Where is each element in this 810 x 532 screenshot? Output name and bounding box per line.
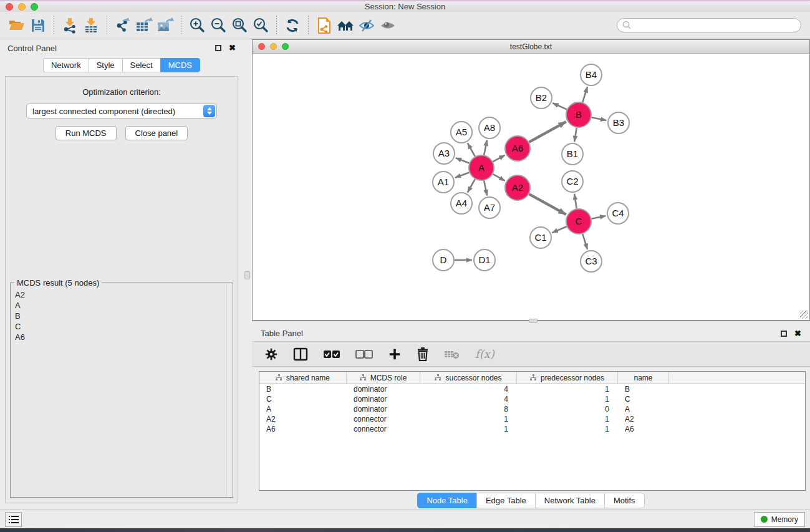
result-item[interactable]: B [15, 311, 226, 321]
tab-mcds[interactable]: MCDS [160, 58, 200, 72]
node-D[interactable]: D [433, 249, 454, 271]
function-builder-button[interactable]: f(x) [475, 347, 494, 360]
node-A2[interactable]: A2 [505, 175, 530, 200]
edge-B-B4[interactable] [582, 87, 587, 102]
horizontal-splitter[interactable] [252, 321, 810, 326]
node-C4[interactable]: C4 [607, 203, 629, 224]
table-cell[interactable]: C [259, 395, 347, 404]
node-C1[interactable]: C1 [530, 227, 551, 248]
edge-B-B3[interactable] [592, 117, 607, 120]
create-column-button[interactable] [388, 347, 402, 361]
open-file-button[interactable] [6, 15, 27, 36]
table-row[interactable]: A2connector11A2 [259, 414, 805, 424]
tab-network[interactable]: Network [43, 58, 89, 72]
table-cell[interactable]: dominator [347, 405, 420, 414]
vertical-splitter[interactable] [243, 39, 252, 510]
close-panel-icon[interactable]: ✖ [229, 45, 236, 51]
task-history-button[interactable] [5, 512, 22, 527]
node-B4[interactable]: B4 [581, 64, 602, 85]
result-item[interactable]: C [15, 321, 226, 332]
node-B3[interactable]: B3 [608, 112, 629, 133]
edge-A6-B[interactable] [529, 122, 566, 142]
table-cell[interactable]: B [618, 385, 669, 394]
network-from-file-button[interactable] [314, 15, 335, 36]
search-field[interactable] [617, 18, 801, 32]
zoom-in-button[interactable] [186, 15, 208, 36]
splitter-handle[interactable] [529, 319, 538, 323]
network-zoom-button[interactable] [282, 43, 289, 50]
result-scrollbar[interactable] [226, 284, 232, 496]
column-header-name[interactable]: name [618, 372, 669, 384]
table-row[interactable]: Bdominator41B [259, 384, 805, 394]
node-C2[interactable]: C2 [562, 171, 583, 192]
node-A8[interactable]: A8 [479, 117, 500, 138]
table-cell[interactable]: A2 [618, 415, 669, 423]
result-item[interactable]: A [15, 300, 226, 311]
column-header-successor-nodes[interactable]: successor nodes [420, 372, 517, 384]
table-cell[interactable]: A6 [618, 425, 669, 433]
float-panel-icon[interactable] [781, 331, 787, 337]
table-settings-button[interactable] [264, 347, 278, 361]
table-cell[interactable]: 1 [517, 415, 618, 423]
save-session-button[interactable] [27, 15, 49, 36]
zoom-fit-button[interactable] [229, 15, 250, 36]
edge-A-A1[interactable] [455, 172, 470, 178]
import-network-button[interactable] [59, 15, 80, 36]
tab-node-table[interactable]: Node Table [417, 493, 476, 508]
column-header-MCDS-role[interactable]: MCDS role [347, 372, 420, 384]
table-cell[interactable]: connector [347, 425, 420, 433]
table-cell[interactable]: connector [347, 415, 420, 423]
delete-table-button[interactable] [444, 349, 460, 360]
zoom-selected-button[interactable] [250, 15, 271, 36]
tab-edge-table[interactable]: Edge Table [476, 493, 535, 508]
edge-A-A6[interactable] [493, 155, 505, 162]
edge-C-C1[interactable] [552, 226, 566, 233]
table-cell[interactable]: 4 [420, 395, 517, 404]
export-image-button[interactable] [155, 15, 176, 36]
node-C3[interactable]: C3 [581, 251, 602, 272]
deselect-all-button[interactable] [355, 350, 373, 359]
close-window-button[interactable] [6, 3, 13, 11]
edge-C-C4[interactable] [592, 216, 606, 219]
table-cell[interactable]: 1 [517, 385, 618, 394]
node-A5[interactable]: A5 [451, 122, 472, 143]
network-minimize-button[interactable] [270, 43, 277, 50]
node-B2[interactable]: B2 [531, 87, 552, 109]
node-A7[interactable]: A7 [479, 197, 500, 218]
refresh-button[interactable] [282, 15, 303, 36]
network-canvas[interactable]: B4B2BB3A8A5A6A3B1AC2A1A2A4A7C4CC1C3DD1 [253, 54, 809, 320]
delete-column-button[interactable] [417, 347, 429, 361]
table-cell[interactable]: 1 [420, 415, 517, 423]
edge-A-A3[interactable] [456, 158, 470, 163]
close-panel-button[interactable]: Close panel [125, 126, 188, 140]
node-B1[interactable]: B1 [562, 143, 583, 165]
node-C[interactable]: C [566, 209, 591, 234]
node-A3[interactable]: A3 [433, 143, 455, 164]
table-row[interactable]: A6connector11A6 [259, 424, 805, 434]
tab-select[interactable]: Select [122, 58, 160, 72]
result-item[interactable]: A2 [15, 289, 226, 300]
zoom-window-button[interactable] [31, 3, 38, 11]
hide-panels-button[interactable] [356, 15, 377, 36]
table-cell[interactable]: dominator [347, 385, 420, 394]
table-cell[interactable]: 8 [420, 405, 517, 414]
table-row[interactable]: Cdominator41C [259, 394, 805, 404]
mcds-result-list[interactable]: A2ABCA6 [12, 289, 226, 496]
run-mcds-button[interactable]: Run MCDS [55, 126, 117, 140]
edge-C-C3[interactable] [582, 234, 587, 249]
tab-motifs[interactable]: Motifs [604, 493, 645, 508]
edge-A-A5[interactable] [468, 143, 475, 156]
edge-A2-C[interactable] [529, 194, 566, 215]
node-A[interactable]: A [469, 155, 494, 180]
table-cell[interactable]: 1 [517, 395, 618, 404]
network-close-button[interactable] [258, 43, 265, 50]
table-cell[interactable]: 0 [517, 405, 618, 414]
table-cell[interactable]: B [259, 385, 347, 394]
table-cell[interactable]: 4 [420, 385, 517, 394]
node-B[interactable]: B [566, 102, 591, 127]
edge-A-A8[interactable] [484, 140, 487, 155]
column-header-shared-name[interactable]: shared name [259, 372, 347, 384]
edge-B-B1[interactable] [574, 128, 577, 142]
show-panels-button[interactable] [377, 15, 398, 36]
search-input[interactable] [635, 21, 796, 30]
